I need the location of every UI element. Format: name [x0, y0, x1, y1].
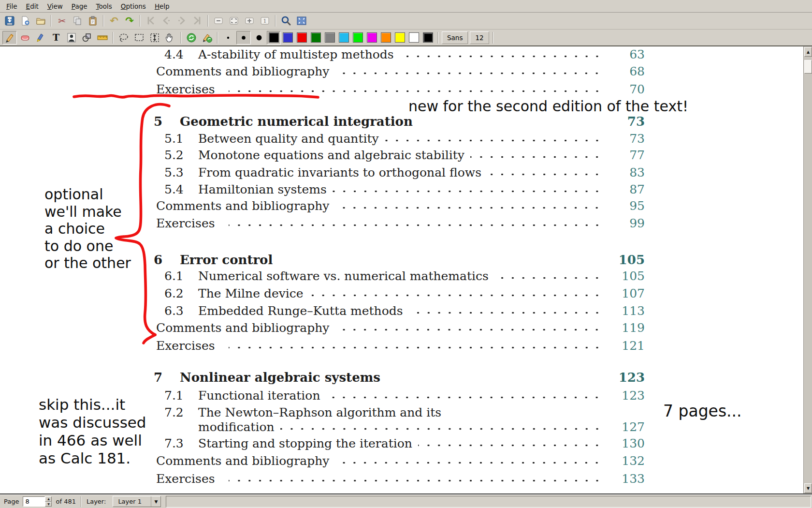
toc-page: 130 — [607, 436, 645, 450]
toolbar-separator — [275, 15, 276, 27]
first-page-button[interactable] — [144, 14, 158, 28]
next-page-button[interactable] — [174, 14, 189, 28]
page-spin-down-icon[interactable]: ▼ — [45, 502, 52, 507]
toc-page: 123 — [607, 370, 645, 385]
color-orange-button[interactable] — [379, 31, 393, 45]
dot-leader — [332, 395, 602, 400]
redo-button[interactable]: ↷ — [122, 14, 137, 28]
zoom-fit-button[interactable] — [227, 14, 241, 28]
shape-recognizer-button[interactable] — [80, 31, 94, 45]
color-red-button[interactable] — [295, 31, 309, 45]
default-tool-button[interactable] — [184, 31, 199, 45]
color-blue-button[interactable] — [281, 31, 295, 45]
combo-dropdown-icon[interactable]: ▼ — [151, 496, 160, 507]
copy-button[interactable] — [70, 14, 85, 28]
layer-select[interactable]: Layer 1 ▼ — [113, 496, 161, 507]
save-button[interactable] — [2, 14, 17, 28]
menu-edit[interactable]: Edit — [22, 1, 43, 12]
color-yellow-button[interactable] — [393, 31, 407, 45]
new-page-button[interactable] — [18, 14, 32, 28]
thick-thickness-button[interactable] — [252, 31, 266, 45]
open-button[interactable] — [33, 14, 48, 28]
toc-title: Exercises — [156, 82, 215, 96]
fine-thickness-button[interactable] — [221, 31, 235, 45]
gray-swatch — [325, 32, 335, 43]
toc-num: 7.1 — [164, 388, 198, 403]
page-number-input[interactable] — [23, 496, 45, 507]
zoom-100-button[interactable]: 1 — [258, 14, 272, 28]
scroll-down-button[interactable]: ▼ — [804, 483, 812, 493]
color-chooser-button[interactable] — [421, 31, 435, 45]
lasso-select-button[interactable] — [116, 31, 131, 45]
toc-num: 5.4 — [164, 182, 198, 196]
toolbar-separator — [51, 15, 52, 27]
zoom-in-button[interactable] — [242, 14, 257, 28]
menu-tools[interactable]: Tools — [92, 1, 116, 12]
toc-title: Comments and bibliography — [156, 64, 329, 78]
fullscreen-button[interactable] — [294, 14, 309, 28]
page-canvas[interactable]: 4.4A-stability of multistep methods63 Co… — [0, 46, 803, 493]
tools-toolbar: T — [0, 30, 812, 46]
toc-page: 83 — [607, 165, 645, 179]
svg-text:T: T — [53, 32, 59, 43]
toc-row: Comments and bibliography119 — [0, 321, 645, 335]
toc-chapter-row: 5Geometric numerical integration73 — [0, 114, 645, 129]
toc-title: The Newton–Raphson algorithm and its — [198, 405, 441, 419]
save-icon — [4, 15, 15, 27]
page-spinner[interactable]: ▲ ▼ — [45, 496, 52, 507]
toolbar-separator — [180, 32, 181, 44]
color-gray-button[interactable] — [323, 31, 337, 45]
dot-leader — [229, 478, 602, 483]
previous-page-button[interactable] — [159, 14, 174, 28]
scrollbar-thumb[interactable] — [804, 60, 812, 74]
default-pen-button[interactable] — [200, 31, 214, 45]
image-tool-button[interactable] — [64, 31, 79, 45]
font-size-button[interactable]: 12 — [470, 31, 489, 44]
menu-options[interactable]: Options — [116, 1, 150, 12]
white-swatch — [409, 32, 419, 43]
toc-title: Embedded Runge–Kutta methods — [198, 304, 403, 318]
last-page-button[interactable] — [190, 14, 204, 28]
scroll-up-button[interactable]: ▲ — [804, 47, 812, 57]
search-button[interactable] — [279, 14, 293, 28]
paste-button[interactable] — [86, 14, 100, 28]
toc-title: The Milne device — [198, 286, 304, 300]
ruler-tool-button[interactable] — [95, 31, 110, 45]
toc-page: 87 — [607, 182, 645, 196]
text-tool-button[interactable]: T — [49, 31, 63, 45]
color-white-button[interactable] — [407, 31, 421, 45]
eraser-tool-button[interactable] — [18, 31, 32, 45]
menu-view[interactable]: View — [43, 1, 67, 12]
new-page-icon — [19, 15, 31, 27]
color-green-button[interactable] — [309, 31, 323, 45]
dot-leader — [335, 71, 602, 75]
rect-select-button[interactable] — [132, 31, 146, 45]
toc-row: 5.1Between quality and quantity73 — [0, 132, 645, 146]
vertical-space-button[interactable] — [147, 31, 162, 45]
page-spin-up-icon[interactable]: ▲ — [45, 496, 52, 502]
toc-page: 132 — [607, 454, 645, 468]
toolbar-separator — [217, 32, 218, 44]
custom-color-swatch — [423, 32, 433, 43]
color-black-button[interactable] — [267, 31, 281, 45]
toc-num: 7 — [154, 370, 180, 385]
menu-file[interactable]: File — [2, 1, 22, 12]
zoom-out-button[interactable] — [211, 14, 226, 28]
default-tool-icon — [186, 32, 197, 44]
toc-title: Between quality and quantity — [198, 132, 379, 146]
color-lightgreen-button[interactable] — [351, 31, 365, 45]
medium-thickness-button[interactable] — [236, 31, 251, 45]
color-magenta-button[interactable] — [365, 31, 379, 45]
toc-num: 6.2 — [164, 286, 198, 300]
menu-page[interactable]: Page — [67, 1, 92, 12]
menu-help[interactable]: Help — [150, 1, 174, 12]
pen-tool-button[interactable] — [2, 31, 17, 45]
highlighter-tool-button[interactable] — [33, 31, 48, 45]
font-name-button[interactable]: Sans — [442, 31, 468, 44]
undo-button[interactable]: ↶ — [107, 14, 121, 28]
up-arrow-icon: ▲ — [807, 50, 810, 54]
cut-button[interactable]: ✂ — [55, 14, 69, 28]
vertical-scrollbar[interactable]: ▲ ▼ — [803, 46, 812, 493]
color-lightblue-button[interactable] — [337, 31, 351, 45]
hand-tool-button[interactable] — [163, 31, 177, 45]
